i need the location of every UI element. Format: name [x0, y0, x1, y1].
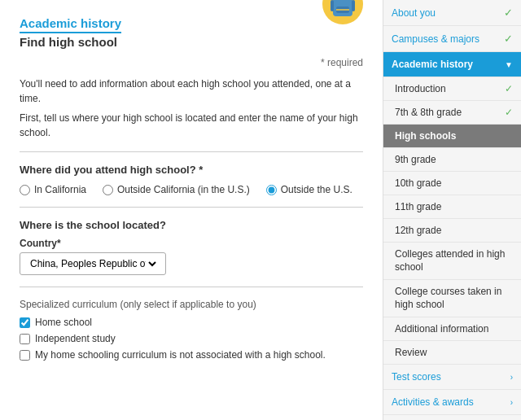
test-scores-chevron-icon: ›: [510, 373, 513, 382]
radio-group-attendance: In California Outside California (in the…: [20, 184, 363, 195]
sidebar-sub-12th-grade[interactable]: 12th grade: [383, 219, 521, 243]
radio-outside-us[interactable]: Outside the U.S.: [266, 184, 352, 195]
sidebar-sub-9th-grade-label: 9th grade: [395, 154, 436, 165]
specialized-curriculum-label: Specialized curriculum (only select if a…: [20, 299, 363, 310]
page-title-section: Academic history Find high school: [20, 16, 363, 49]
academic-history-label: Academic history: [20, 16, 121, 33]
country-select-wrapper[interactable]: China, Peoples Republic of United States…: [20, 252, 166, 275]
sidebar-sub-introduction[interactable]: Introduction ✓: [383, 77, 521, 101]
school-location-section: Where is the school located? Country* Ch…: [20, 219, 363, 275]
country-select[interactable]: China, Peoples Republic of United States…: [27, 257, 159, 270]
radio-outside-california-label: Outside California (in the U.S.): [117, 184, 250, 195]
sidebar-item-about-you-label: About you: [392, 7, 436, 19]
radio-outside-california-input[interactable]: [103, 185, 113, 195]
main-content: Academic history Find high school *: [0, 0, 383, 420]
checkbox-homeschool-not-associated[interactable]: My home schooling curriculum is not asso…: [20, 349, 363, 361]
sidebar-item-academic-history[interactable]: Academic history ▼: [383, 52, 521, 77]
sidebar-sub-high-schools[interactable]: High schools: [383, 125, 521, 148]
sidebar-item-scholarships[interactable]: Scholarships & programs ›: [383, 415, 521, 420]
where-attended-question: Where did you attend high school? *: [20, 164, 363, 176]
sidebar: About you ✓ Campuses & majors ✓ Academic…: [383, 0, 521, 420]
required-note: * required: [20, 57, 363, 68]
academic-history-chevron-icon: ▼: [505, 60, 513, 69]
sidebar-item-campuses-majors[interactable]: Campuses & majors ✓: [383, 26, 521, 52]
sidebar-sub-12th-grade-label: 12th grade: [395, 225, 441, 236]
svg-rect-6: [331, 0, 334, 11]
sidebar-item-activities-label: Activities & awards: [392, 396, 474, 408]
radio-outside-california[interactable]: Outside California (in the U.S.): [103, 184, 250, 195]
country-label: Country*: [20, 238, 363, 249]
checkbox-independent-study-label: Independent study: [35, 333, 116, 344]
checkbox-independent-study[interactable]: Independent study: [20, 333, 363, 344]
svg-rect-2: [336, 0, 349, 2]
checkbox-homeschool-not-associated-input[interactable]: [20, 350, 30, 361]
checkbox-home-school[interactable]: Home school: [20, 317, 363, 328]
sidebar-sub-colleges-attended-label: Colleges attended in high school: [395, 248, 513, 273]
divider-3: [20, 287, 363, 287]
radio-in-california[interactable]: In California: [20, 184, 86, 195]
sidebar-sub-11th-grade-label: 11th grade: [395, 201, 441, 212]
divider-2: [20, 207, 363, 208]
sidebar-sub-introduction-label: Introduction: [395, 83, 446, 94]
checkbox-homeschool-not-associated-label: My home schooling curriculum is not asso…: [35, 349, 326, 361]
checkbox-independent-study-input[interactable]: [20, 334, 30, 344]
sidebar-item-test-scores-label: Test scores: [392, 371, 441, 383]
sidebar-sub-college-courses[interactable]: College courses taken in high school: [383, 280, 521, 317]
specialized-curriculum-section: Specialized curriculum (only select if a…: [20, 299, 363, 361]
sidebar-sub-review[interactable]: Review: [383, 341, 521, 365]
sidebar-sub-college-courses-label: College courses taken in high school: [395, 286, 513, 311]
activities-chevron-icon: ›: [510, 398, 513, 407]
sidebar-sub-10th-grade-label: 10th grade: [395, 177, 441, 189]
high-school-attendance-section: Where did you attend high school? * In C…: [20, 164, 363, 195]
radio-in-california-input[interactable]: [20, 185, 30, 195]
radio-outside-us-label: Outside the U.S.: [281, 184, 352, 195]
radio-outside-us-input[interactable]: [266, 185, 277, 195]
where-located-question: Where is the school located?: [20, 219, 363, 231]
about-you-check-icon: ✓: [504, 7, 513, 19]
sidebar-sub-10th-grade[interactable]: 10th grade: [383, 172, 521, 195]
backpack-icon: [322, 0, 363, 27]
introduction-check-icon: ✓: [505, 83, 513, 94]
find-high-school-title: Find high school: [20, 35, 363, 49]
divider-1: [20, 151, 363, 152]
sidebar-sub-11th-grade[interactable]: 11th grade: [383, 195, 521, 219]
sidebar-sub-7th-8th-label: 7th & 8th grade: [395, 107, 462, 118]
intro-line1: You'll need to add information about eac…: [20, 77, 363, 106]
sidebar-sub-additional-info-label: Additional information: [395, 323, 488, 335]
sidebar-sub-colleges-attended[interactable]: Colleges attended in high school: [383, 243, 521, 280]
7th-8th-check-icon: ✓: [505, 107, 513, 118]
checkbox-home-school-label: Home school: [35, 317, 92, 328]
sidebar-item-campuses-label: Campuses & majors: [392, 33, 479, 45]
campuses-check-icon: ✓: [504, 33, 513, 45]
sidebar-sub-additional-info[interactable]: Additional information: [383, 317, 521, 341]
sidebar-item-test-scores[interactable]: Test scores ›: [383, 365, 521, 390]
radio-in-california-label: In California: [34, 184, 86, 195]
checkbox-home-school-input[interactable]: [20, 317, 30, 328]
sidebar-item-activities-awards[interactable]: Activities & awards ›: [383, 390, 521, 415]
intro-line2: First, tell us where your high school is…: [20, 111, 363, 140]
sidebar-item-about-you[interactable]: About you ✓: [383, 0, 521, 26]
sidebar-sub-9th-grade[interactable]: 9th grade: [383, 148, 521, 172]
sidebar-item-academic-history-label: Academic history: [392, 59, 473, 70]
sidebar-sub-review-label: Review: [395, 347, 427, 358]
sidebar-sub-7th-8th[interactable]: 7th & 8th grade ✓: [383, 101, 521, 125]
sidebar-sub-high-schools-label: High schools: [395, 130, 456, 142]
svg-rect-7: [352, 0, 355, 11]
